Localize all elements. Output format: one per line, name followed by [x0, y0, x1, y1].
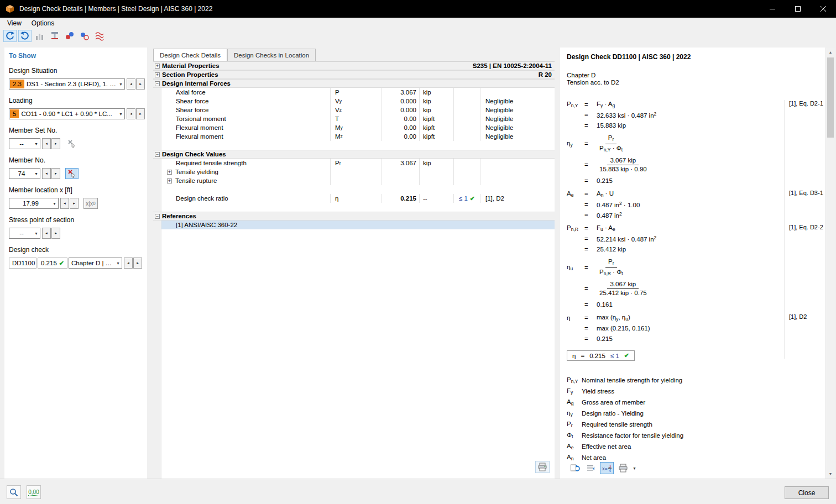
design-situation-combobox[interactable]: 2.3 DS1 - Section 2.3 (LRFD), 1. t... ▾ [9, 78, 125, 90]
print-table-button[interactable] [535, 461, 550, 473]
row-axial-force[interactable]: Axial force P 3.067 kip [161, 88, 555, 97]
row-section-properties[interactable]: + Section Properties R 20 [153, 70, 555, 79]
legend-symbol: Pr [567, 421, 582, 428]
print-options-dropdown[interactable]: ▼ [633, 466, 636, 470]
menu-options[interactable]: Options [27, 18, 59, 28]
zoom-button[interactable] [7, 485, 21, 499]
row-flexural-moment-my[interactable]: Flexural moment My 0.00 kipft Negligible [161, 123, 555, 132]
calculation-area: Pn,Y = Fy · Ag [1], Eq. D2-1 =32.633 ksi… [560, 99, 825, 344]
row-value: 0.00 [382, 114, 419, 123]
member-no-value: 74 [9, 170, 33, 177]
expand-icon[interactable]: + [155, 72, 160, 77]
row-material-properties[interactable]: + Material Properties S235 | EN 10025-2:… [153, 61, 555, 70]
stress-point-value: -- [9, 230, 33, 237]
show-numbering-button[interactable] [78, 30, 91, 42]
chevron-down-icon: ▾ [33, 231, 40, 236]
stress-point-label: Stress point of section [9, 216, 147, 224]
chart-columns-button[interactable] [33, 30, 46, 42]
print-formulas-button[interactable] [616, 462, 630, 474]
minimize-button[interactable] [760, 0, 785, 18]
member-set-select-button[interactable] [65, 138, 79, 149]
decimal-places-button[interactable]: 0,00 [27, 485, 41, 499]
design-check-prev-button[interactable]: ◂ [124, 258, 133, 269]
member-select-button[interactable] [65, 168, 79, 179]
show-values-button[interactable] [63, 30, 76, 42]
collapse-icon[interactable]: − [155, 214, 160, 219]
scroll-down-icon[interactable]: ▼ [826, 469, 835, 479]
equals-sign: = [583, 314, 597, 321]
member-set-combobox[interactable]: -- ▾ [9, 138, 40, 149]
stress-point-next-button[interactable]: ▸ [51, 228, 60, 239]
member-set-next-button[interactable]: ▸ [51, 138, 60, 149]
close-window-button[interactable] [811, 0, 836, 18]
row-shear-force-vz[interactable]: Shear force Vz 0.000 kip Negligible [161, 106, 555, 114]
design-situation-next-button[interactable]: ▸ [136, 78, 145, 90]
close-icon [821, 6, 826, 12]
member-set-prev-button[interactable]: ◂ [42, 138, 51, 149]
collapse-icon[interactable]: − [155, 81, 160, 86]
row-check [453, 132, 480, 141]
show-equation-values-button[interactable]: x=34 [600, 462, 614, 474]
toolbar [0, 29, 836, 43]
row-unit: -- [419, 194, 453, 203]
member-no-next-button[interactable]: ▸ [51, 168, 60, 179]
expand-icon[interactable]: + [155, 64, 160, 69]
loading-combobox[interactable]: 5 CO11 - 0.90 * LC1 + 0.90 * LC... ▾ [9, 108, 125, 119]
collapse-icon[interactable]: − [155, 152, 160, 157]
design-situation-prev-button[interactable]: ◂ [127, 78, 135, 90]
design-check-next-button[interactable]: ▸ [133, 258, 142, 269]
row-tensile-yielding[interactable]: + Tensile yielding [161, 167, 555, 176]
section-tool-button[interactable] [48, 30, 61, 42]
row-design-check-ratio[interactable]: Design check ratio η 0.215 -- ≤ 1 ✔ [1],… [161, 194, 555, 203]
row-design-check-values[interactable]: − Design Check Values [153, 150, 555, 159]
row-torsional-moment[interactable]: Torsional moment T 0.00 kipft Negligible [161, 114, 555, 123]
row-tensile-rupture[interactable]: + Tensile rupture [161, 176, 555, 185]
jump-previous-button[interactable] [3, 30, 17, 42]
row-unit: kip [419, 106, 453, 114]
loading-prev-button[interactable]: ◂ [127, 108, 135, 119]
legend-description: Yield stress [582, 388, 614, 395]
row-symbol [330, 176, 382, 185]
stress-point-prev-button[interactable]: ◂ [42, 228, 51, 239]
stress-point-combobox[interactable]: -- ▾ [9, 228, 40, 239]
right-scrollbar[interactable]: ▲ ▼ [825, 48, 835, 479]
fraction-numerator: 3.067 kip [607, 280, 639, 289]
tab-design-check-details[interactable]: Design Check Details [153, 49, 227, 61]
result-curves-icon [95, 31, 104, 41]
row-required-tensile-strength[interactable]: Required tensile strength Pr 3.067 kip [161, 159, 555, 167]
chevron-down-icon: ▾ [51, 201, 58, 206]
legend-description: Net area [582, 454, 606, 461]
row-label: Design Internal Forces [162, 80, 555, 87]
expand-icon[interactable]: + [167, 179, 172, 183]
member-no-combobox[interactable]: 74 ▾ [9, 168, 40, 179]
row-label: Design check ratio [161, 194, 330, 203]
loading-next-button[interactable]: ▸ [136, 108, 145, 119]
formula-rhs: 0.215 [597, 335, 613, 342]
row-flexural-moment-mz[interactable]: Flexural moment Mz 0.00 kipft Negligible [161, 132, 555, 141]
relative-location-button[interactable]: x|x0 [83, 198, 98, 209]
design-check-chapter-combobox[interactable]: Chapter D | T... ▾ [69, 258, 122, 269]
result-curves-button[interactable] [93, 30, 106, 42]
scroll-up-icon[interactable]: ▲ [826, 48, 835, 57]
maximize-button[interactable] [785, 0, 811, 18]
row-reference-item[interactable]: [1] ANSI/AISC 360-22 [161, 221, 555, 229]
member-location-combobox[interactable]: 17.99 ▾ [9, 198, 59, 209]
row-shear-force-vy[interactable]: Shear force Vy 0.000 kip Negligible [161, 97, 555, 106]
member-no-prev-button[interactable]: ◂ [42, 168, 51, 179]
menu-view[interactable]: View [2, 18, 27, 28]
jump-next-button[interactable] [18, 30, 32, 42]
tab-design-checks-in-location[interactable]: Design Checks in Location [227, 49, 316, 61]
member-location-prev-button[interactable]: ◂ [60, 198, 69, 209]
formula-list-button[interactable] [584, 462, 598, 474]
row-note: Negligible [480, 97, 555, 106]
member-location-next-button[interactable]: ▸ [70, 198, 79, 209]
refresh-formulas-button[interactable] [568, 462, 582, 474]
row-check [453, 176, 480, 185]
row-design-internal-forces[interactable]: − Design Internal Forces [153, 79, 555, 88]
row-label: Axial force [161, 88, 330, 97]
row-note: Negligible [480, 114, 555, 123]
scrollbar-thumb[interactable] [827, 57, 834, 138]
expand-icon[interactable]: + [167, 170, 172, 175]
close-dialog-button[interactable]: Close [785, 486, 829, 499]
row-references[interactable]: − References [153, 212, 555, 221]
